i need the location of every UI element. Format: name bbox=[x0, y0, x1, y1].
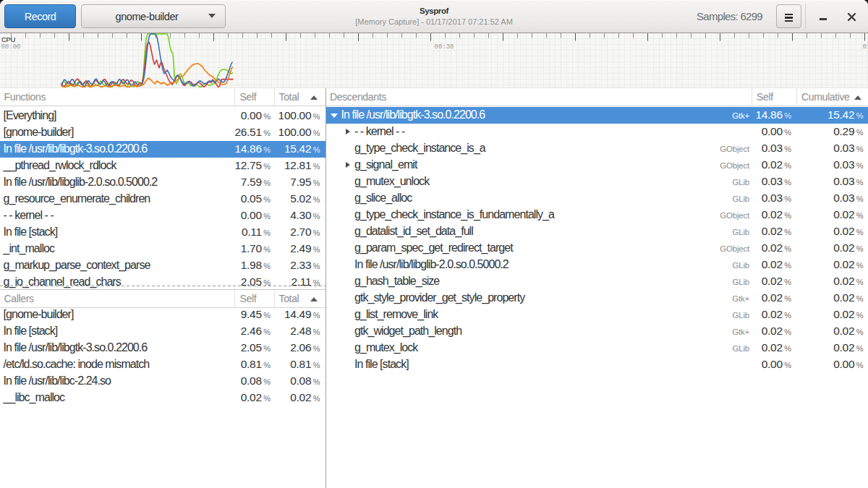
svg-text:00:30: 00:30 bbox=[435, 43, 454, 51]
svg-text:CPU: CPU bbox=[1, 35, 15, 43]
svg-text:00:00: 00:00 bbox=[1, 43, 21, 51]
svg-text:01:00: 01:00 bbox=[863, 43, 868, 51]
